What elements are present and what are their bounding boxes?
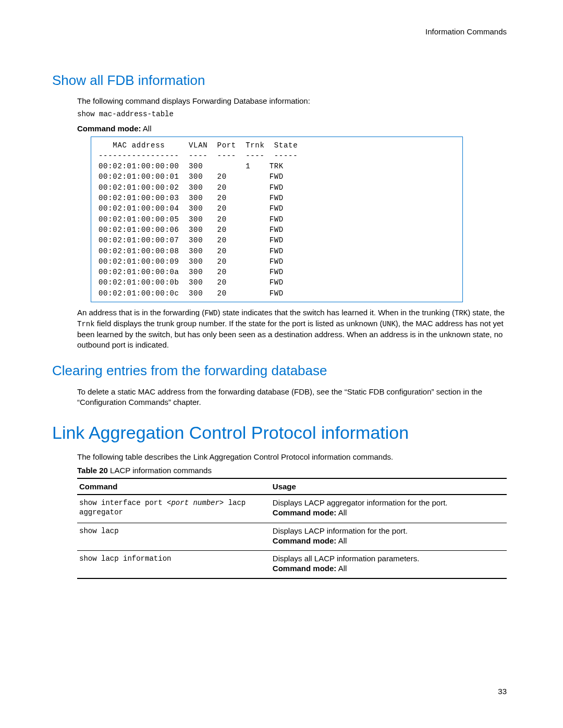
table-row: show lacp informationDisplays all LACP i… xyxy=(77,550,507,578)
heading-clearing-entries: Clearing entries from the forwarding dat… xyxy=(52,363,511,379)
table-row: show interface port <port number> lacp a… xyxy=(77,495,507,523)
table-row: show lacpDisplays LACP information for t… xyxy=(77,523,507,550)
table-caption-text: LACP information commands xyxy=(108,466,212,475)
th-command: Command xyxy=(77,478,271,495)
explanation-text: An address that is in the forwarding (FW… xyxy=(77,307,507,350)
heading-show-all-fdb: Show all FDB information xyxy=(52,72,511,89)
section-body: The following command displays Forwardin… xyxy=(77,96,507,134)
th-usage: Usage xyxy=(271,478,507,495)
cell-command: show lacp information xyxy=(77,550,271,578)
cli-output-box: MAC address VLAN Port Trnk State -------… xyxy=(91,137,463,302)
cell-usage: Displays LACP information for the port.C… xyxy=(271,523,507,550)
running-header: Information Commands xyxy=(52,27,511,36)
lacp-table: Command Usage show interface port <port … xyxy=(77,478,507,578)
cell-usage: Displays LACP aggregator information for… xyxy=(271,495,507,523)
heading-lacp-info: Link Aggregation Control Protocol inform… xyxy=(52,422,511,443)
command-mode-label: Command mode: xyxy=(77,124,141,133)
lacp-intro: The following table describes the Link A… xyxy=(77,452,507,462)
cell-command: show lacp xyxy=(77,523,271,550)
section-body: The following table describes the Link A… xyxy=(77,452,507,579)
command-mode-value: All xyxy=(141,124,152,133)
table-caption: Table 20 LACP information commands xyxy=(77,465,507,476)
page: Information Commands Show all FDB inform… xyxy=(0,0,563,728)
cell-command: show interface port <port number> lacp a… xyxy=(77,495,271,523)
command-text: show mac-address-table xyxy=(77,109,507,119)
page-number: 33 xyxy=(498,687,507,696)
command-mode-line: Command mode: All xyxy=(77,124,507,134)
table-header-row: Command Usage xyxy=(77,478,507,495)
section-body: An address that is in the forwarding (FW… xyxy=(77,307,507,350)
section-body: To delete a static MAC address from the … xyxy=(77,387,507,408)
table-caption-label: Table 20 xyxy=(77,466,108,475)
cell-usage: Displays all LACP information parameters… xyxy=(271,550,507,578)
intro-text: The following command displays Forwardin… xyxy=(77,96,507,106)
clearing-text: To delete a static MAC address from the … xyxy=(77,387,507,408)
